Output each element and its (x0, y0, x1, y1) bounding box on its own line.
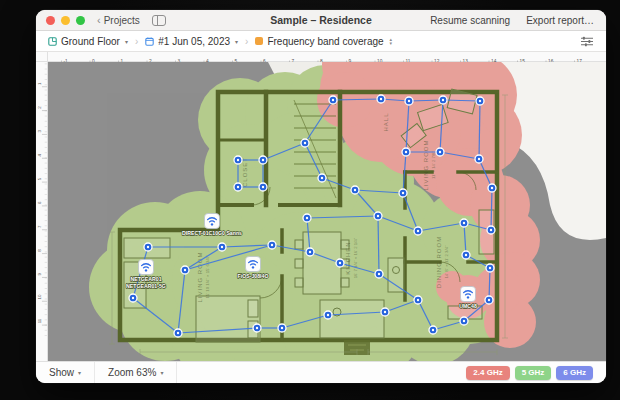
survey-point[interactable] (462, 251, 470, 259)
wifi-icon (467, 296, 469, 298)
survey-point[interactable] (306, 248, 314, 256)
svg-text:3: 3 (37, 130, 42, 133)
room-label: CLOSET (242, 157, 248, 187)
survey-point[interactable] (485, 296, 493, 304)
zoom-menu-label: Zoom 63% (108, 367, 156, 378)
ruler-left: 1234567891011 (36, 62, 48, 361)
statusbar: Show ▾ Zoom 63% ▾ 2.4 GHz 5 GHz 6 GHz (36, 361, 606, 383)
room-dimensions-label: 16' 7 1/4" × 16' 2 1/4" (353, 237, 358, 278)
resume-scanning-button[interactable]: Resume scanning (430, 15, 510, 26)
floor-selector[interactable]: Ground Floor ▾ (48, 36, 128, 47)
survey-point[interactable] (414, 296, 422, 304)
show-menu-button[interactable]: Show ▾ (36, 362, 94, 383)
survey-point[interactable] (303, 214, 311, 222)
svg-text:1: 1 (37, 82, 42, 85)
survey-point[interactable] (301, 139, 309, 147)
chevron-down-icon: ▾ (125, 38, 128, 45)
survey-point[interactable] (253, 324, 261, 332)
zoom-menu-button[interactable]: Zoom 63% ▾ (95, 362, 176, 383)
ruler-top: -101234567891011121314151617 (48, 52, 606, 62)
toolbar: Ground Floor ▾ › #1 Jun 05, 2023 ▾ › Fre… (36, 31, 606, 52)
survey-point[interactable] (318, 174, 326, 182)
survey-point[interactable] (488, 184, 496, 192)
svg-text:6: 6 (37, 201, 42, 204)
show-menu-label: Show (49, 367, 74, 378)
breadcrumb-separator: › (135, 36, 138, 47)
projects-back-button[interactable]: ‹ Projects (97, 15, 140, 26)
traffic-lights (46, 16, 85, 25)
sidebar-toggle-icon[interactable] (152, 15, 166, 26)
band-5ghz-button[interactable]: 5 GHz (515, 366, 552, 380)
visualization-selector[interactable]: Frequency band coverage ▴▾ (255, 36, 392, 47)
svg-text:8: 8 (37, 249, 42, 252)
survey-point[interactable] (475, 155, 483, 163)
survey-point[interactable] (329, 96, 337, 104)
survey-point[interactable] (144, 243, 152, 251)
minimize-window-button[interactable] (61, 16, 70, 25)
frequency-band-toggles: 2.4 GHz 5 GHz 6 GHz (466, 366, 593, 380)
chevron-left-icon: ‹ (97, 15, 101, 25)
app-window: ‹ Projects Sample – Residence Resume sca… (36, 10, 606, 383)
survey-point[interactable] (460, 317, 468, 325)
statusbar-divider (176, 362, 177, 383)
zoom-window-button[interactable] (76, 16, 85, 25)
survey-point[interactable] (351, 186, 359, 194)
room-dimensions-label: 15' 10 1/4" × 15' 6 3/4" (205, 255, 210, 299)
workspace: -101234567891011121314151617 12345678910… (36, 52, 606, 361)
wifi-access-point[interactable]: UMC48 (459, 287, 477, 310)
survey-point[interactable] (439, 96, 447, 104)
svg-text:10: 10 (37, 294, 42, 299)
survey-point[interactable] (129, 294, 137, 302)
snapshot-selector-label: #1 Jun 05, 2023 (158, 36, 230, 47)
room-label: HALL (383, 112, 389, 131)
map-canvas[interactable]: LIVING ROOM11' × 14' 2 7/8"KITCHEN16' 7 … (48, 62, 606, 361)
wifi-icon (252, 266, 254, 268)
export-report-button[interactable]: Export report… (526, 15, 594, 26)
survey-point[interactable] (399, 189, 407, 197)
survey-point[interactable] (234, 156, 242, 164)
survey-point[interactable] (377, 95, 385, 103)
room-dimensions-label: 11' × 14' 2 7/8" (431, 151, 436, 180)
survey-point[interactable] (402, 148, 410, 156)
ap-ssid-label: NETGEAR01-5G (126, 283, 166, 289)
survey-point[interactable] (374, 212, 382, 220)
survey-point[interactable] (336, 259, 344, 267)
svg-text:5: 5 (37, 177, 42, 180)
floorplan-icon (48, 37, 57, 46)
room-label: LIVING ROOM (423, 139, 429, 190)
room-label: KITCHEN (345, 241, 351, 274)
band-6ghz-button[interactable]: 6 GHz (556, 366, 593, 380)
projects-back-label: Projects (104, 15, 140, 26)
ap-ssid-label: FiOS-J08I4O (238, 273, 269, 279)
survey-point[interactable] (436, 148, 444, 156)
visualization-selector-label: Frequency band coverage (267, 36, 383, 47)
survey-point[interactable] (429, 326, 437, 334)
survey-point[interactable] (486, 264, 494, 272)
survey-point[interactable] (381, 308, 389, 316)
survey-point[interactable] (174, 329, 182, 337)
survey-point[interactable] (414, 227, 422, 235)
survey-point[interactable] (460, 219, 468, 227)
survey-point[interactable] (259, 156, 267, 164)
survey-point[interactable] (375, 270, 383, 278)
chevron-down-icon: ▾ (235, 38, 238, 45)
svg-text:11: 11 (37, 318, 42, 323)
survey-point[interactable] (324, 311, 332, 319)
survey-point[interactable] (218, 243, 226, 251)
survey-point[interactable] (268, 241, 276, 249)
wifi-icon (145, 269, 147, 271)
survey-point[interactable] (234, 183, 242, 191)
survey-point[interactable] (476, 97, 484, 105)
ruler-corner (36, 52, 48, 62)
filters-sliders-icon[interactable] (580, 36, 594, 47)
survey-point[interactable] (259, 183, 267, 191)
snapshot-selector[interactable]: #1 Jun 05, 2023 ▾ (145, 36, 238, 47)
survey-point[interactable] (405, 97, 413, 105)
breadcrumb-separator: › (245, 36, 248, 47)
survey-point[interactable] (181, 266, 189, 274)
svg-text:9: 9 (37, 273, 42, 276)
survey-point[interactable] (487, 226, 495, 234)
survey-point[interactable] (278, 324, 286, 332)
band-2-4ghz-button[interactable]: 2.4 GHz (466, 366, 509, 380)
close-window-button[interactable] (46, 16, 55, 25)
